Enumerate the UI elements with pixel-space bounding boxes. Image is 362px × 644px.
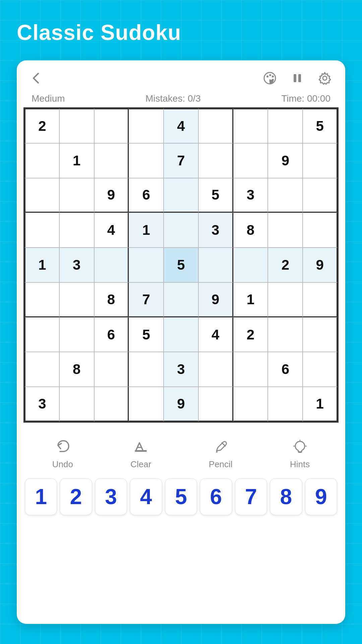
cell-4-6[interactable] xyxy=(233,248,268,282)
cell-7-2[interactable] xyxy=(94,352,129,387)
cell-8-6[interactable] xyxy=(233,387,268,422)
cell-5-5[interactable]: 9 xyxy=(198,282,233,317)
cell-6-8[interactable] xyxy=(303,317,338,352)
cell-3-1[interactable] xyxy=(59,213,94,248)
cell-4-1[interactable]: 3 xyxy=(59,248,94,282)
back-button[interactable] xyxy=(29,71,44,86)
cell-1-2[interactable] xyxy=(94,143,129,178)
cell-4-0[interactable]: 1 xyxy=(24,248,59,282)
cell-4-3[interactable] xyxy=(129,248,164,282)
cell-0-0[interactable]: 2 xyxy=(24,108,59,143)
cell-6-2[interactable]: 6 xyxy=(94,317,129,352)
num-btn-5[interactable]: 5 xyxy=(165,478,197,515)
cell-8-3[interactable] xyxy=(129,387,164,422)
cell-8-2[interactable] xyxy=(94,387,129,422)
cell-0-8[interactable]: 5 xyxy=(303,108,338,143)
cell-6-4[interactable] xyxy=(164,317,198,352)
clear-label: Clear xyxy=(130,459,151,470)
num-btn-3[interactable]: 3 xyxy=(95,478,127,515)
cell-5-4[interactable] xyxy=(164,282,198,317)
cell-8-4[interactable]: 9 xyxy=(164,387,198,422)
num-btn-8[interactable]: 8 xyxy=(270,478,302,515)
cell-5-8[interactable] xyxy=(303,282,338,317)
cell-2-8[interactable] xyxy=(303,178,338,213)
cell-6-1[interactable] xyxy=(59,317,94,352)
cell-2-0[interactable] xyxy=(24,178,59,213)
cell-3-8[interactable] xyxy=(303,213,338,248)
cell-6-6[interactable]: 2 xyxy=(233,317,268,352)
cell-2-1[interactable] xyxy=(59,178,94,213)
cell-7-4[interactable]: 3 xyxy=(164,352,198,387)
cell-4-8[interactable]: 9 xyxy=(303,248,338,282)
cell-2-5[interactable]: 5 xyxy=(198,178,233,213)
palette-button[interactable] xyxy=(261,70,278,87)
cell-8-8[interactable]: 1 xyxy=(303,387,338,422)
num-btn-9[interactable]: 9 xyxy=(305,478,337,515)
num-btn-2[interactable]: 2 xyxy=(60,478,92,515)
cell-5-7[interactable] xyxy=(268,282,303,317)
cell-7-1[interactable]: 8 xyxy=(59,352,94,387)
num-btn-6[interactable]: 6 xyxy=(200,478,232,515)
cell-1-4[interactable]: 7 xyxy=(164,143,198,178)
cell-5-0[interactable] xyxy=(24,282,59,317)
cell-0-1[interactable] xyxy=(59,108,94,143)
settings-button[interactable] xyxy=(316,70,333,87)
cell-1-0[interactable] xyxy=(24,143,59,178)
cell-0-7[interactable] xyxy=(268,108,303,143)
cell-8-7[interactable] xyxy=(268,387,303,422)
cell-2-3[interactable]: 6 xyxy=(129,178,164,213)
cell-3-5[interactable]: 3 xyxy=(198,213,233,248)
cell-1-8[interactable] xyxy=(303,143,338,178)
cell-1-3[interactable] xyxy=(129,143,164,178)
num-btn-4[interactable]: 4 xyxy=(130,478,162,515)
cell-2-4[interactable] xyxy=(164,178,198,213)
cell-5-1[interactable] xyxy=(59,282,94,317)
sudoku-grid[interactable]: 245179965341381352987916542836391 xyxy=(23,107,339,423)
cell-2-6[interactable]: 3 xyxy=(233,178,268,213)
cell-3-2[interactable]: 4 xyxy=(94,213,129,248)
cell-8-1[interactable] xyxy=(59,387,94,422)
cell-4-4[interactable]: 5 xyxy=(164,248,198,282)
cell-3-6[interactable]: 8 xyxy=(233,213,268,248)
cell-1-7[interactable]: 9 xyxy=(268,143,303,178)
cell-6-7[interactable] xyxy=(268,317,303,352)
cell-4-7[interactable]: 2 xyxy=(268,248,303,282)
cell-7-3[interactable] xyxy=(129,352,164,387)
cell-8-5[interactable] xyxy=(198,387,233,422)
cell-2-7[interactable] xyxy=(268,178,303,213)
cell-3-3[interactable]: 1 xyxy=(129,213,164,248)
cell-7-8[interactable] xyxy=(303,352,338,387)
cell-0-5[interactable] xyxy=(198,108,233,143)
cell-3-4[interactable] xyxy=(164,213,198,248)
cell-5-6[interactable]: 1 xyxy=(233,282,268,317)
cell-7-7[interactable]: 6 xyxy=(268,352,303,387)
cell-4-5[interactable] xyxy=(198,248,233,282)
cell-3-7[interactable] xyxy=(268,213,303,248)
cell-7-0[interactable] xyxy=(24,352,59,387)
cell-1-5[interactable] xyxy=(198,143,233,178)
cell-5-3[interactable]: 7 xyxy=(129,282,164,317)
cell-1-1[interactable]: 1 xyxy=(59,143,94,178)
clear-button[interactable]: Clear xyxy=(125,438,157,471)
cell-6-0[interactable] xyxy=(24,317,59,352)
num-btn-1[interactable]: 1 xyxy=(25,478,57,515)
cell-0-2[interactable] xyxy=(94,108,129,143)
cell-0-6[interactable] xyxy=(233,108,268,143)
pencil-button[interactable]: Pencil xyxy=(203,438,238,471)
cell-3-0[interactable] xyxy=(24,213,59,248)
cell-4-2[interactable] xyxy=(94,248,129,282)
cell-6-3[interactable]: 5 xyxy=(129,317,164,352)
pause-button[interactable] xyxy=(289,70,306,87)
cell-7-6[interactable] xyxy=(233,352,268,387)
cell-0-3[interactable] xyxy=(129,108,164,143)
cell-8-0[interactable]: 3 xyxy=(24,387,59,422)
cell-1-6[interactable] xyxy=(233,143,268,178)
undo-button[interactable]: Undo xyxy=(47,438,78,471)
cell-6-5[interactable]: 4 xyxy=(198,317,233,352)
cell-2-2[interactable]: 9 xyxy=(94,178,129,213)
cell-5-2[interactable]: 8 xyxy=(94,282,129,317)
cell-7-5[interactable] xyxy=(198,352,233,387)
num-btn-7[interactable]: 7 xyxy=(235,478,267,515)
cell-0-4[interactable]: 4 xyxy=(164,108,198,143)
hints-button[interactable]: Hints xyxy=(285,438,315,471)
